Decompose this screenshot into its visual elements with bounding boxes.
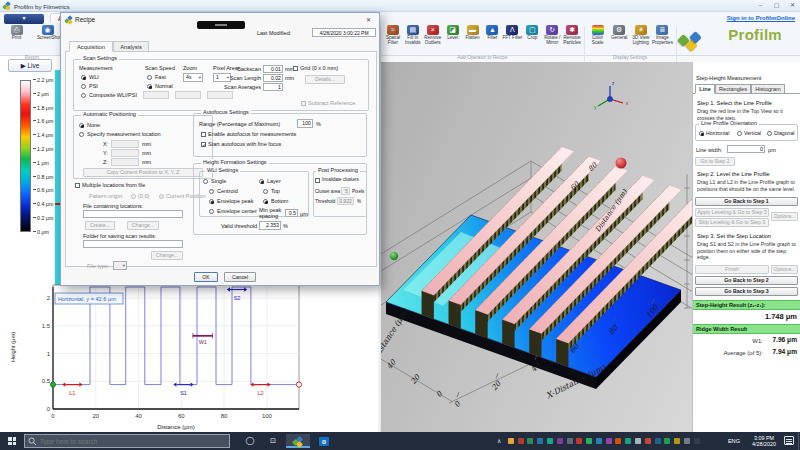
search-input[interactable] — [40, 435, 225, 447]
grid-checkbox[interactable] — [293, 66, 298, 71]
ribbon-report-item[interactable]: ◉ ScreenShot — [37, 25, 58, 55]
ribbon-operator-item[interactable]: ▤ Fill In Invalids — [403, 25, 423, 55]
invalidate-clusters-checkbox[interactable] — [315, 178, 320, 183]
layer-radio[interactable] — [259, 179, 264, 184]
tray-icon[interactable] — [557, 438, 563, 444]
skip-leveling-button[interactable]: Skip Leveling & Go to Step 3 — [695, 218, 769, 227]
ribbon-operator-item[interactable]: ▬ Flatten — [463, 25, 483, 55]
taskbar-search[interactable] — [24, 434, 230, 448]
tray-icon[interactable] — [694, 438, 700, 444]
ribbon-operator-item[interactable]: ◪ Level — [443, 25, 463, 55]
psi-radio[interactable] — [81, 84, 86, 89]
tray-icon[interactable] — [655, 438, 661, 444]
psi-field-1[interactable] — [143, 91, 169, 99]
envelope-peak-radio[interactable] — [209, 199, 214, 204]
ribbon-report-item[interactable]: ⎙ Print — [6, 25, 27, 55]
recipe-dialog[interactable]: Recipe ✕ Last Modified: 4/28/2020 3:00:2… — [60, 12, 380, 286]
valid-threshold-field[interactable]: 2.353 — [259, 221, 281, 230]
live-button[interactable]: ▶ Live — [8, 59, 52, 72]
surface-3d-plot[interactable]: 020406080100X-Distance (μm)02040Y-Distan… — [381, 62, 693, 432]
ribbon-display-item[interactable]: ⚙ General — [609, 25, 630, 55]
none-radio[interactable] — [79, 123, 84, 128]
leveling-options-button[interactable]: Options... — [771, 212, 798, 221]
tray-icon[interactable] — [674, 438, 680, 444]
goto-step2-button[interactable]: Go to Step 2 — [695, 157, 735, 166]
app-menu-button[interactable]: ▾ — [4, 14, 44, 24]
composite-radio[interactable] — [81, 93, 86, 98]
range-field[interactable]: 100 — [297, 119, 313, 128]
tab-line[interactable]: Line — [695, 84, 715, 94]
cluster-area-field[interactable]: 5 — [341, 187, 350, 195]
back-step2-button[interactable]: Go Back to Step 2 — [695, 276, 798, 285]
folder-field[interactable] — [83, 240, 183, 248]
copy-position-button[interactable]: Copy Current Position to X, Y, Z — [83, 168, 203, 177]
maximize-button[interactable]: ▢ — [769, 0, 784, 11]
dialog-close-icon[interactable]: ✕ — [362, 15, 375, 25]
scan-averages-field[interactable]: 1 — [263, 83, 283, 91]
orientation-vertical-radio[interactable] — [737, 131, 742, 136]
create-button[interactable]: Create... — [85, 221, 115, 230]
tab-acquisition[interactable]: Acquisition — [69, 41, 113, 52]
close-button[interactable]: ✕ — [785, 0, 800, 11]
z-field[interactable] — [111, 158, 139, 166]
tray-icon[interactable] — [537, 438, 543, 444]
language-indicator[interactable]: ENG — [728, 438, 740, 444]
orientation-diagonal-radio[interactable] — [767, 131, 772, 136]
fine-focus-checkbox[interactable] — [201, 142, 206, 147]
ribbon-display-item[interactable]: ☀ 3D View Lighting — [630, 25, 651, 55]
psi-field-2[interactable] — [175, 91, 201, 99]
signin-link[interactable]: Sign in to ProfilmOnline — [727, 15, 795, 21]
line-width-field[interactable]: 0 — [727, 145, 765, 153]
taskbar-profilm-app[interactable] — [286, 434, 310, 448]
wli-radio[interactable] — [81, 75, 86, 80]
top-radio[interactable] — [263, 189, 268, 194]
ribbon-display-item[interactable]: ≣ Image Properties — [652, 25, 673, 55]
ribbon-operator-item[interactable]: ↻ Rotate / Mirror — [542, 25, 562, 55]
tray-icon[interactable] — [625, 438, 631, 444]
ribbon-operator-item[interactable]: ✱ Remove Particles — [562, 25, 582, 55]
origin-current-radio[interactable] — [159, 194, 164, 199]
finish-button[interactable]: Finish — [695, 265, 769, 274]
back-step3-button[interactable]: Go Back to Step 3 — [695, 287, 798, 296]
threshold-field[interactable]: 3.922 — [337, 197, 354, 205]
step-options-button[interactable]: Options... — [771, 265, 798, 274]
tab-histogram[interactable]: Histogram — [751, 84, 785, 94]
subtract-reference-checkbox[interactable] — [301, 101, 306, 106]
ribbon-operator-item[interactable]: ▢ Crop — [522, 25, 542, 55]
ribbon-display-item[interactable]: Color Scale — [587, 25, 608, 55]
tray-icon[interactable] — [547, 438, 553, 444]
enable-autofocus-checkbox[interactable] — [201, 132, 206, 137]
file-type-select[interactable] — [113, 261, 127, 270]
ok-button[interactable]: OK — [194, 272, 218, 282]
scan-length-field[interactable]: 0.02 — [263, 74, 283, 82]
tray-icon[interactable] — [645, 438, 651, 444]
specify-location-radio[interactable] — [79, 132, 84, 137]
psi-field-3[interactable] — [207, 91, 233, 99]
tray-expand-icon[interactable]: ∧ — [497, 437, 501, 444]
taskbar-outlook-app[interactable]: o — [312, 434, 336, 448]
normal-radio[interactable] — [147, 84, 152, 89]
tray-icon[interactable] — [567, 438, 573, 444]
origin-00-radio[interactable] — [131, 194, 136, 199]
y-field[interactable] — [111, 149, 139, 157]
tray-icon[interactable] — [684, 438, 690, 444]
tray-icon[interactable] — [596, 438, 602, 444]
orientation-horizontal-radio[interactable] — [699, 131, 704, 136]
backscan-field[interactable]: 0.01 — [263, 65, 283, 73]
tray-icon[interactable] — [664, 438, 670, 444]
tray-icon[interactable] — [635, 438, 641, 444]
task-view-icon[interactable]: ⊡ — [263, 434, 283, 448]
line-profile-chart[interactable]: 00.511.52020406080100L1S1S2L2W1Horizonta… — [20, 282, 320, 432]
details-button[interactable]: Details... — [305, 75, 345, 84]
tray-icon[interactable] — [586, 438, 592, 444]
color-scale-bar[interactable] — [20, 80, 31, 232]
file-locations-field[interactable] — [83, 210, 183, 218]
tab-rectangles[interactable]: Rectangles — [715, 84, 751, 94]
cancel-button[interactable]: Cancel — [224, 272, 256, 282]
tray-icon[interactable] — [508, 438, 514, 444]
view-3d-panel[interactable]: 020406080100X-Distance (μm)02040Y-Distan… — [380, 62, 692, 432]
title-bar[interactable]: Profilm by Filmetrics – ▢ ✕ — [0, 0, 800, 12]
tray-icon[interactable] — [615, 438, 621, 444]
single-radio[interactable] — [203, 179, 208, 184]
min-peak-field[interactable]: 0.5 — [285, 209, 298, 217]
